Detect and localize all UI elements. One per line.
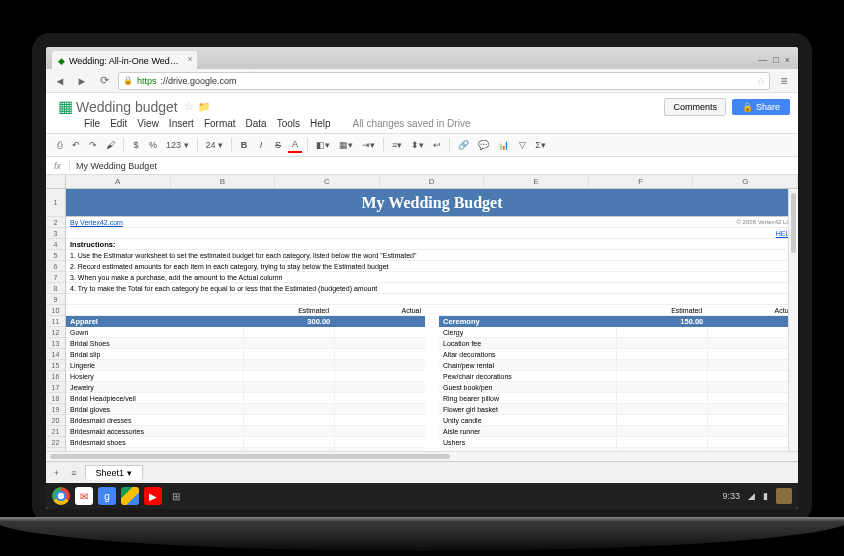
row-header[interactable]: 3 xyxy=(46,228,65,239)
row-header[interactable]: 2 xyxy=(46,217,65,228)
menu-format[interactable]: Format xyxy=(204,118,236,129)
row-header[interactable]: 9 xyxy=(46,294,65,305)
row-header[interactable]: 21 xyxy=(46,426,65,437)
gmail-icon[interactable]: ✉ xyxy=(75,487,93,505)
forward-icon[interactable]: ► xyxy=(74,73,90,89)
menu-edit[interactable]: Edit xyxy=(110,118,127,129)
share-button[interactable]: 🔒Share xyxy=(732,99,790,115)
vertical-scrollbar[interactable] xyxy=(788,189,798,451)
row-header[interactable]: 10 xyxy=(46,305,65,316)
menu-tools[interactable]: Tools xyxy=(277,118,300,129)
wrap-icon[interactable]: ↩ xyxy=(430,138,444,152)
menu-view[interactable]: View xyxy=(137,118,159,129)
spreadsheet-grid[interactable]: A B C D E F G 12345678910111213141516171… xyxy=(46,175,798,451)
italic-button[interactable]: I xyxy=(254,138,268,152)
row-header[interactable]: 1 xyxy=(46,189,65,217)
budget-item-row[interactable]: Bridal gloves xyxy=(66,404,425,415)
print-icon[interactable]: ⎙ xyxy=(52,138,66,152)
row-header[interactable]: 11 xyxy=(46,316,65,327)
col-header[interactable]: E xyxy=(484,175,589,188)
borders-icon[interactable]: ▦▾ xyxy=(336,138,356,152)
filter-icon[interactable]: ▽ xyxy=(515,138,529,152)
menu-help[interactable]: Help xyxy=(310,118,331,129)
menu-data[interactable]: Data xyxy=(246,118,267,129)
menu-insert[interactable]: Insert xyxy=(169,118,194,129)
row-header[interactable]: 13 xyxy=(46,338,65,349)
sheet-tab[interactable]: Sheet1 ▾ xyxy=(85,465,143,480)
insert-chart-icon[interactable]: 📊 xyxy=(495,138,512,152)
budget-item-row[interactable]: Altar decorations xyxy=(439,349,798,360)
bookmark-icon[interactable]: ☆ xyxy=(757,76,765,86)
col-header[interactable]: F xyxy=(589,175,694,188)
budget-item-row[interactable]: Bridal slip xyxy=(66,349,425,360)
functions-icon[interactable]: Σ▾ xyxy=(532,138,549,152)
budget-item-row[interactable]: Bridal Shoes xyxy=(66,338,425,349)
google-search-icon[interactable]: g xyxy=(98,487,116,505)
insert-link-icon[interactable]: 🔗 xyxy=(455,138,472,152)
percent-button[interactable]: % xyxy=(146,138,160,152)
battery-icon[interactable]: ▮ xyxy=(763,491,768,501)
source-link[interactable]: By Vertex42.com xyxy=(70,217,123,227)
apps-icon[interactable]: ⊞ xyxy=(167,487,185,505)
browser-tab[interactable]: ◆ Wedding: All-in-One Wed… × xyxy=(52,51,197,69)
back-icon[interactable]: ◄ xyxy=(52,73,68,89)
col-header[interactable]: B xyxy=(171,175,276,188)
row-header[interactable]: 8 xyxy=(46,283,65,294)
drive-icon[interactable] xyxy=(121,487,139,505)
budget-item-row[interactable]: Ring bearer pillow xyxy=(439,393,798,404)
folder-icon[interactable]: 📁 xyxy=(198,101,210,112)
row-header[interactable]: 6 xyxy=(46,261,65,272)
budget-item-row[interactable]: Bridesmaid shoes xyxy=(66,437,425,448)
col-header[interactable]: D xyxy=(380,175,485,188)
wifi-icon[interactable]: ◢ xyxy=(748,491,755,501)
menu-file[interactable]: File xyxy=(84,118,100,129)
row-headers[interactable]: 1234567891011121314151617181920212223242… xyxy=(46,189,66,451)
budget-item-row[interactable]: Ushers xyxy=(439,437,798,448)
row-header[interactable]: 17 xyxy=(46,382,65,393)
budget-item-row[interactable]: Bridal Headpiece/veil xyxy=(66,393,425,404)
budget-item-row[interactable]: Bridesmaid accessories xyxy=(66,426,425,437)
chrome-icon[interactable] xyxy=(52,487,70,505)
undo-icon[interactable]: ↶ xyxy=(69,138,83,152)
all-sheets-button[interactable]: ≡ xyxy=(67,468,80,478)
align-icon[interactable]: ≡▾ xyxy=(389,138,405,152)
bold-button[interactable]: B xyxy=(237,138,251,152)
budget-item-row[interactable]: Location fee xyxy=(439,338,798,349)
row-header[interactable]: 4 xyxy=(46,239,65,250)
budget-item-row[interactable]: Pew/chair decorations xyxy=(439,371,798,382)
row-header[interactable]: 22 xyxy=(46,437,65,448)
budget-item-row[interactable]: Bridesmaid dresses xyxy=(66,415,425,426)
col-header[interactable]: C xyxy=(275,175,380,188)
row-header[interactable]: 19 xyxy=(46,404,65,415)
budget-item-row[interactable]: Lingerie xyxy=(66,360,425,371)
valign-icon[interactable]: ⬍▾ xyxy=(408,138,427,152)
horizontal-scrollbar[interactable] xyxy=(46,451,798,461)
budget-item-row[interactable]: Flower girl basket xyxy=(439,404,798,415)
budget-item-row[interactable]: Jewelry xyxy=(66,382,425,393)
budget-item-row[interactable]: Unity candle xyxy=(439,415,798,426)
clock[interactable]: 9:33 xyxy=(722,491,740,501)
avatar[interactable] xyxy=(776,488,792,504)
row-header[interactable]: 5 xyxy=(46,250,65,261)
merge-icon[interactable]: ⇥▾ xyxy=(359,138,378,152)
youtube-icon[interactable]: ▶ xyxy=(144,487,162,505)
budget-item-row[interactable]: Hosiery xyxy=(66,371,425,382)
formula-input[interactable]: My Wedding Budget xyxy=(70,161,157,171)
star-icon[interactable]: ☆ xyxy=(184,100,194,113)
window-close-icon[interactable]: × xyxy=(785,55,790,65)
row-header[interactable]: 20 xyxy=(46,415,65,426)
budget-item-row[interactable]: Guest book/pen xyxy=(439,382,798,393)
text-color-button[interactable]: A xyxy=(288,137,302,153)
url-input[interactable]: 🔒 https://drive.google.com ☆ xyxy=(118,72,770,90)
paint-format-icon[interactable]: 🖌 xyxy=(103,138,118,152)
font-size-select[interactable]: 24 ▾ xyxy=(203,138,227,152)
redo-icon[interactable]: ↷ xyxy=(86,138,100,152)
fill-color-icon[interactable]: ◧▾ xyxy=(313,138,333,152)
budget-item-row[interactable]: Gown xyxy=(66,327,425,338)
row-header[interactable]: 18 xyxy=(46,393,65,404)
row-header[interactable]: 14 xyxy=(46,349,65,360)
row-header[interactable]: 15 xyxy=(46,360,65,371)
reload-icon[interactable]: ⟳ xyxy=(96,73,112,89)
col-header[interactable]: A xyxy=(66,175,171,188)
budget-item-row[interactable]: Aisle runner xyxy=(439,426,798,437)
